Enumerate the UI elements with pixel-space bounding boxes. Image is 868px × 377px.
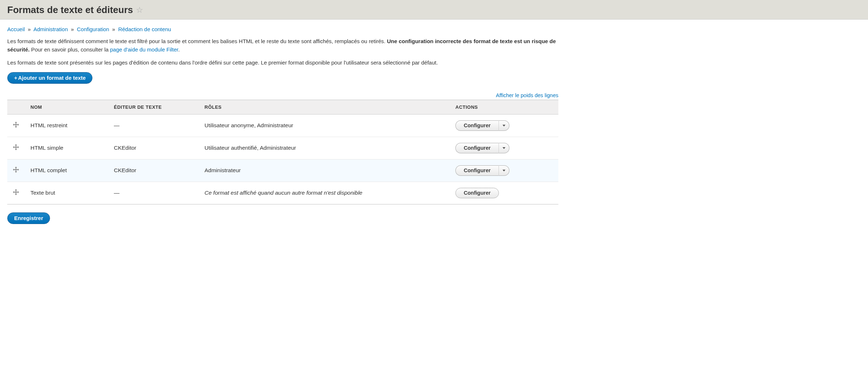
intro-p2: Les formats de texte sont présentés sur …	[7, 59, 558, 67]
star-icon[interactable]: ☆	[136, 5, 143, 15]
format-roles: Ce format est affiché quand aucun autre …	[199, 182, 450, 204]
configure-button[interactable]: Configurer	[455, 120, 499, 131]
page-title: Formats de texte et éditeurs	[7, 4, 133, 16]
save-button[interactable]: Enregistrer	[7, 212, 50, 224]
breadcrumb-home[interactable]: Accueil	[7, 26, 25, 32]
format-actions: Configurer	[450, 114, 558, 137]
format-name: HTML simple	[25, 137, 108, 159]
dropdown-toggle[interactable]	[499, 120, 509, 131]
breadcrumb-sep: »	[112, 26, 115, 32]
drag-handle[interactable]	[7, 159, 25, 182]
move-icon	[13, 144, 19, 150]
configure-button[interactable]: Configurer	[455, 143, 499, 153]
format-name: HTML restreint	[25, 114, 108, 137]
format-actions: Configurer	[450, 137, 558, 159]
move-icon	[13, 167, 19, 173]
intro-p1-c: .	[178, 46, 179, 53]
table-row: HTML simpleCKEditorUtilisateur authentif…	[7, 137, 558, 159]
drag-handle[interactable]	[7, 137, 25, 159]
breadcrumb-sep: »	[71, 26, 74, 32]
intro-p1-a: Les formats de texte définissent comment…	[7, 38, 387, 44]
format-roles: Administrateur	[199, 159, 450, 182]
breadcrumb: Accueil » Administration » Configuration…	[7, 26, 558, 32]
drag-handle[interactable]	[7, 182, 25, 204]
intro-text: Les formats de texte définissent comment…	[7, 37, 558, 67]
table-row: HTML completCKEditorAdministrateurConfig…	[7, 159, 558, 182]
th-editor: ÉDITEUR DE TEXTE	[108, 100, 199, 114]
formats-table: NOM ÉDITEUR DE TEXTE RÔLES ACTIONS HTML …	[7, 100, 558, 204]
table-row: Texte brut—Ce format est affiché quand a…	[7, 182, 558, 204]
format-name: HTML complet	[25, 159, 108, 182]
table-row: HTML restreint—Utilisateur anonyme, Admi…	[7, 114, 558, 137]
chevron-down-icon	[503, 125, 505, 127]
header-bar: Formats de texte et éditeurs ☆	[0, 0, 868, 20]
move-icon	[13, 189, 19, 195]
format-editor: —	[108, 182, 199, 204]
breadcrumb-authoring[interactable]: Rédaction de contenu	[118, 26, 171, 32]
content-region: Accueil » Administration » Configuration…	[0, 20, 566, 231]
th-name: NOM	[25, 100, 108, 114]
th-roles: RÔLES	[199, 100, 450, 114]
th-actions: ACTIONS	[450, 100, 558, 114]
format-editor: CKEditor	[108, 159, 199, 182]
dropdown-toggle[interactable]	[499, 165, 509, 176]
add-format-label: Ajouter un format de texte	[18, 75, 86, 81]
configure-button[interactable]: Configurer	[455, 188, 499, 198]
format-roles: Utilisateur authentifié, Administrateur	[199, 137, 450, 159]
format-actions: Configurer	[450, 182, 558, 204]
show-row-weights-link[interactable]: Afficher le poids des lignes	[496, 92, 558, 98]
format-roles: Utilisateur anonyme, Administrateur	[199, 114, 450, 137]
format-actions: Configurer	[450, 159, 558, 182]
th-drag	[7, 100, 25, 114]
format-editor: CKEditor	[108, 137, 199, 159]
breadcrumb-config[interactable]: Configuration	[77, 26, 109, 32]
plus-icon: +	[14, 75, 17, 81]
move-icon	[13, 122, 19, 128]
format-editor: —	[108, 114, 199, 137]
format-name: Texte brut	[25, 182, 108, 204]
filter-help-link[interactable]: page d'aide du module Filter	[110, 46, 178, 53]
configure-button[interactable]: Configurer	[455, 165, 499, 176]
intro-p1-b: Pour en savoir plus, consulter la	[30, 46, 110, 53]
chevron-down-icon	[503, 147, 505, 149]
add-format-button[interactable]: +Ajouter un format de texte	[7, 72, 92, 84]
drag-handle[interactable]	[7, 114, 25, 137]
chevron-down-icon	[503, 170, 505, 171]
breadcrumb-admin[interactable]: Administration	[33, 26, 68, 32]
dropdown-toggle[interactable]	[499, 143, 509, 153]
breadcrumb-sep: »	[28, 26, 31, 32]
